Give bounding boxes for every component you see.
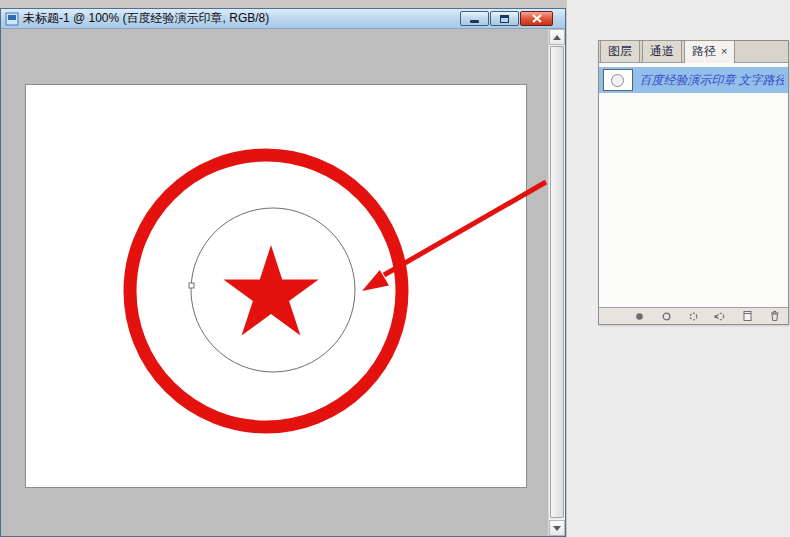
- paths-panel: 图层 通道 路径 × 百度经验演示印章 文字路径: [598, 40, 789, 325]
- paths-list: 百度经验演示印章 文字路径: [599, 63, 788, 307]
- scrollbar-thumb[interactable]: [550, 46, 564, 518]
- fill-path-icon[interactable]: [633, 310, 645, 322]
- stroke-path-icon[interactable]: [660, 310, 672, 322]
- stamp-star: [223, 245, 318, 336]
- document-work-area: [1, 29, 548, 536]
- panel-tab-bar: 图层 通道 路径 ×: [599, 41, 788, 63]
- path-thumbnail-circle: [611, 74, 624, 87]
- minimize-icon: [470, 20, 479, 23]
- close-button[interactable]: [520, 11, 553, 26]
- maximize-icon: [500, 15, 509, 23]
- workspace: 未标题-1 @ 100% (百度经验演示印章, RGB/8): [0, 0, 790, 537]
- tab-layers-label: 图层: [608, 43, 632, 60]
- maximize-button[interactable]: [490, 11, 519, 26]
- minimize-button[interactable]: [460, 11, 489, 26]
- tab-layers[interactable]: 图层: [600, 40, 640, 62]
- paths-panel-footer: [599, 307, 788, 324]
- path-name: 百度经验演示印章 文字路径: [640, 72, 784, 89]
- scroll-down-button[interactable]: [549, 520, 565, 536]
- load-path-as-selection-icon[interactable]: [687, 310, 699, 322]
- path-item-row[interactable]: 百度经验演示印章 文字路径: [599, 67, 788, 93]
- arrow-up-icon: [553, 35, 561, 40]
- stamp-artwork: [26, 85, 526, 487]
- arrow-down-icon: [553, 526, 561, 531]
- tab-paths-label: 路径: [692, 43, 716, 60]
- path-anchor-point[interactable]: [189, 283, 194, 288]
- close-icon: [532, 14, 542, 23]
- vertical-scrollbar[interactable]: [548, 29, 565, 536]
- document-window: 未标题-1 @ 100% (百度经验演示印章, RGB/8): [0, 8, 566, 537]
- tab-channels-label: 通道: [650, 43, 674, 60]
- tab-paths[interactable]: 路径 ×: [684, 40, 735, 63]
- path-thumbnail: [603, 69, 633, 91]
- window-controls: [460, 11, 553, 26]
- delete-path-icon[interactable]: [768, 310, 780, 322]
- document-title-bar[interactable]: 未标题-1 @ 100% (百度经验演示印章, RGB/8): [1, 9, 565, 29]
- tab-close-icon[interactable]: ×: [721, 46, 727, 57]
- tab-channels[interactable]: 通道: [642, 40, 682, 62]
- create-new-path-icon[interactable]: [741, 310, 753, 322]
- scroll-up-button[interactable]: [549, 29, 565, 45]
- document-title: 未标题-1 @ 100% (百度经验演示印章, RGB/8): [23, 10, 269, 27]
- canvas[interactable]: [26, 85, 526, 487]
- photoshop-file-icon: [5, 12, 19, 26]
- make-work-path-icon[interactable]: [714, 310, 726, 322]
